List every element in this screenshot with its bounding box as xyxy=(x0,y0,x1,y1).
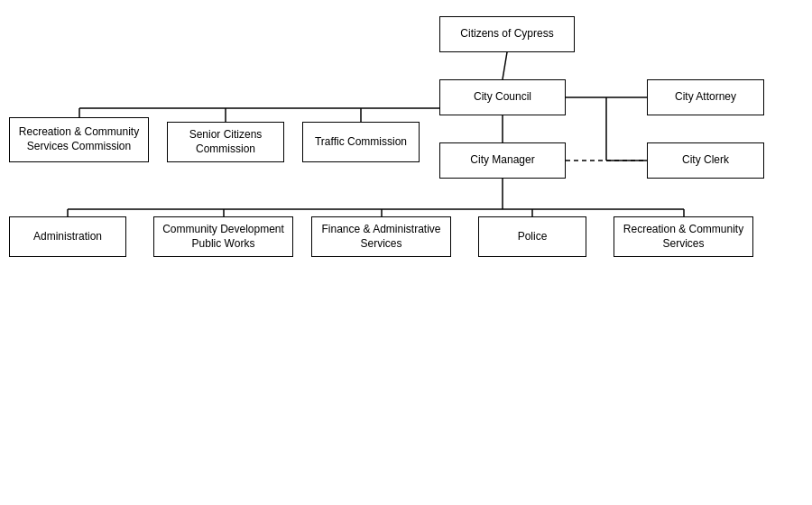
admin-node: Administration xyxy=(9,216,126,257)
police-node: Police xyxy=(478,216,586,257)
senior-commission-node: Senior Citizens Commission xyxy=(167,122,284,162)
comm-dev-node: Community Development Public Works xyxy=(153,216,293,257)
org-chart: Citizens of Cypress City Council City At… xyxy=(0,0,812,505)
citizens-node: Citizens of Cypress xyxy=(439,16,575,52)
clerk-node: City Clerk xyxy=(647,142,764,179)
traffic-commission-node: Traffic Commission xyxy=(302,122,420,162)
attorney-node: City Attorney xyxy=(647,79,764,115)
rcs-commission-node: Recreation & Community Services Commissi… xyxy=(9,117,149,162)
manager-node: City Manager xyxy=(439,142,566,179)
svg-line-0 xyxy=(503,52,507,79)
council-node: City Council xyxy=(439,79,566,115)
rcs-node: Recreation & Community Services xyxy=(614,216,753,257)
finance-node: Finance & Administrative Services xyxy=(311,216,451,257)
